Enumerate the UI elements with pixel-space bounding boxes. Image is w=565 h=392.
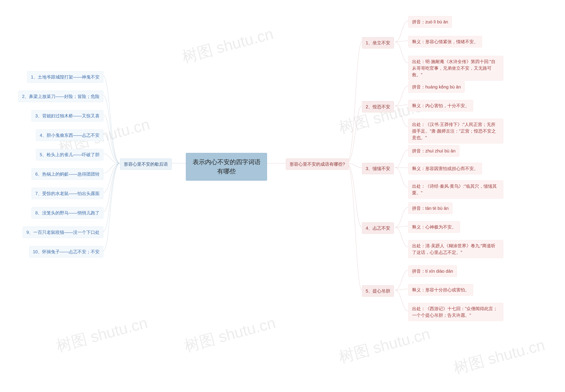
idiom-1-meaning[interactable]: 释义：形容心情紧张，情绪不安。: [408, 36, 482, 47]
idiom-5-name[interactable]: 5、提心吊胆: [362, 285, 394, 297]
idiom-4-pinyin[interactable]: 拼音：tān tè bù ān: [408, 202, 452, 214]
idiom-2-pinyin[interactable]: 拼音：huáng kǒng bù ān: [408, 81, 464, 93]
idiom-3-meaning[interactable]: 释义：形容因害怕或担心而不安。: [408, 163, 482, 174]
idiom-5-meaning[interactable]: 释义：形容十分担心或害怕。: [408, 284, 473, 296]
idiom-3-source[interactable]: 出处：《诗经·秦风·黄鸟》:"临其穴，惴惴其栗。": [408, 181, 503, 198]
left-item-1[interactable]: 1、土地爷跟城隍打架——神鬼不安: [27, 71, 103, 83]
idiom-2-name[interactable]: 2、惶恐不安: [362, 101, 394, 112]
left-item-2[interactable]: 2、鼻梁上放菜刀——好险；冒险；危险: [18, 91, 103, 102]
root-node[interactable]: 表示内心不安的四字词语有哪些: [186, 153, 267, 181]
watermark: 树图 shutu.cn: [54, 313, 150, 357]
left-item-3[interactable]: 3、背媳妇过独木桥——又惊又喜: [31, 110, 103, 122]
idiom-1-source[interactable]: 出处：明·施耐庵《水浒全传》第四十回:"自从哥哥吃官事，兄弟坐立不安，又无路可救…: [408, 56, 503, 81]
watermark: 树图 shutu.cn: [337, 324, 432, 368]
left-category[interactable]: 形容心里不安的歇后语: [120, 158, 172, 170]
watermark: 树图 shutu.cn: [182, 313, 278, 357]
idiom-2-source[interactable]: 出处：《汉书·王莽传下》:"人民正营；无所措手足。"唐·颜师古注："正营；惶恐不…: [408, 119, 503, 143]
watermark: 树图 shutu.cn: [451, 335, 547, 379]
idiom-1-pinyin[interactable]: 拼音：zuò lì bù ān: [408, 16, 452, 28]
idiom-4-name[interactable]: 4、忐忑不安: [362, 222, 394, 234]
left-item-4[interactable]: 4、胆小鬼偷东西——忐忑不安: [36, 129, 103, 141]
left-item-10[interactable]: 10、怀揣兔子——忐忑不安；不安: [29, 246, 103, 257]
idiom-5-source[interactable]: 出处：《西游记》十七回："众僧闻得此言；一个个提心吊胆；告天许愿。": [408, 303, 503, 321]
idiom-5-pinyin[interactable]: 拼音：tí xīn diào dān: [408, 265, 457, 277]
left-item-6[interactable]: 6、热锅上的蚂蚁——急得团团转: [31, 168, 103, 180]
watermark: 树图 shutu.cn: [180, 24, 276, 68]
left-item-8[interactable]: 8、没笼头的野马——悄悄儿跑了: [31, 207, 103, 219]
idiom-1-name[interactable]: 1、坐立不安: [362, 37, 394, 49]
idiom-3-name[interactable]: 3、惴惴不安: [362, 163, 394, 174]
idiom-4-source[interactable]: 出处：清·吴趼人《糊涂世界》卷九:"两道听了这话，心里忐忑不定。": [408, 240, 503, 258]
idiom-4-meaning[interactable]: 释义：心神极为不安。: [408, 221, 460, 233]
left-item-5[interactable]: 5、枪头上的雀儿——吓破了胆: [36, 149, 103, 160]
right-category[interactable]: 形容心里不安的成语有哪些?: [286, 158, 349, 170]
left-item-7[interactable]: 7、受惊的水老鼠——怕出头露面: [31, 188, 103, 199]
idiom-2-meaning[interactable]: 释义：内心害怕，十分不安。: [408, 100, 473, 112]
left-item-9[interactable]: 9、一百只老鼠咬猫——没一个下口处: [23, 226, 103, 238]
idiom-3-pinyin[interactable]: 拼音：zhuì zhuì bù ān: [408, 145, 459, 157]
